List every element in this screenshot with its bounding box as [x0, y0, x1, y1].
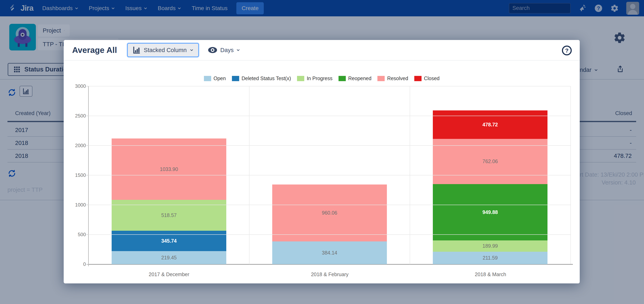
bar-value-label: 189.99	[482, 243, 498, 249]
modal-title: Average All	[72, 45, 117, 55]
legend-label: Deleted Status Test(x)	[242, 75, 291, 81]
bar-value-label: 1033.90	[160, 166, 178, 172]
gridline	[89, 234, 570, 235]
gridline	[89, 86, 570, 86]
legend-item-in-progress[interactable]: In Progress	[297, 75, 332, 81]
category-separator	[410, 86, 410, 264]
legend-item-reopened[interactable]: Reopened	[338, 75, 371, 81]
bar-value-label: 518.57	[161, 212, 176, 218]
bar-value-label: 949.88	[482, 209, 498, 215]
modal-help-icon[interactable]: ?	[562, 45, 572, 56]
x-axis-category-label: 2018 & March	[410, 271, 571, 277]
legend-label: Open	[214, 75, 226, 81]
chart-legend: OpenDeleted Status Test(x)In ProgressReo…	[64, 75, 580, 81]
modal-header: Average All Stacked Column Days	[64, 40, 580, 61]
bar-segment-deleted-status-test-x-: 345.74	[112, 231, 226, 251]
eye-icon	[208, 46, 218, 54]
gridline	[89, 116, 570, 116]
chevron-down-icon	[236, 48, 240, 52]
bar-value-label: 960.06	[322, 210, 337, 216]
bar-value-label: 211.59	[482, 255, 498, 261]
bar-segment-resolved: 1033.90	[112, 138, 226, 200]
legend-label: Closed	[424, 75, 440, 81]
legend-swatch	[378, 76, 385, 81]
bar-value-label: 478.72	[482, 122, 498, 127]
legend-swatch	[338, 76, 346, 81]
y-tick	[86, 116, 89, 116]
bar-segment-open: 384.14	[272, 241, 387, 264]
y-axis-tick-label: 1000	[75, 202, 86, 208]
gridline	[89, 145, 570, 146]
legend-swatch	[297, 76, 304, 81]
y-tick	[86, 264, 89, 264]
y-tick	[86, 145, 89, 146]
y-axis-tick-label: 1500	[75, 172, 86, 178]
unit-label: Days	[220, 47, 234, 54]
legend-label: Reopened	[348, 75, 371, 81]
gridline	[89, 205, 570, 205]
chart-type-label: Stacked Column	[144, 47, 187, 54]
legend-item-open[interactable]: Open	[204, 75, 226, 81]
x-axis-labels: 2017 & December2018 & February2018 & Mar…	[89, 271, 571, 277]
jira-page: Jira DashboardsProjectsIssuesBoardsTime …	[0, 0, 644, 304]
legend-swatch	[232, 76, 239, 81]
y-axis-tick-label: 500	[78, 232, 86, 237]
y-tick	[86, 234, 89, 235]
x-axis-category-label: 2017 & December	[89, 271, 250, 277]
legend-item-closed[interactable]: Closed	[414, 75, 440, 81]
chevron-down-icon	[190, 48, 194, 52]
legend-item-resolved[interactable]: Resolved	[378, 75, 408, 81]
y-axis-tick-label: 3000	[75, 83, 86, 89]
y-axis-tick-label: 2000	[75, 143, 86, 148]
legend-swatch	[204, 76, 211, 81]
average-all-modal: Average All Stacked Column Days	[64, 40, 580, 283]
bar-segment-open: 211.59	[433, 252, 548, 264]
chart-type-dropdown[interactable]: Stacked Column	[127, 43, 199, 57]
category-separator	[249, 86, 250, 264]
bar-segment-closed: 478.72	[433, 110, 548, 139]
y-tick	[86, 175, 89, 176]
bar-segment-reopened: 949.88	[433, 184, 548, 240]
svg-text:?: ?	[565, 47, 568, 54]
x-axis-category-label: 2018 & February	[250, 271, 410, 277]
legend-label: In Progress	[307, 75, 332, 81]
bar-segment-open: 219.45	[112, 251, 226, 264]
bar-value-label: 345.74	[161, 238, 176, 244]
y-axis-tick-label: 0	[83, 261, 86, 267]
stacked-column-icon	[132, 46, 141, 54]
bar-segment-in-progress: 189.99	[433, 240, 548, 252]
unit-dropdown[interactable]: Days	[208, 46, 240, 54]
bar-value-label: 384.14	[322, 250, 337, 256]
y-tick	[86, 205, 89, 205]
stacked-column-chart: OpenDeleted Status Test(x)In ProgressReo…	[64, 70, 580, 283]
y-tick	[86, 86, 89, 86]
y-axis-tick-label: 2500	[75, 113, 86, 119]
bar-segment-resolved: 960.06	[272, 185, 387, 241]
bar-value-label: 219.45	[161, 255, 176, 261]
plot-area: 219.45345.74518.571033.90384.14960.06211…	[89, 86, 571, 264]
gridline	[89, 175, 570, 176]
legend-label: Resolved	[387, 75, 408, 81]
bar-value-label: 762.06	[482, 159, 498, 164]
legend-swatch	[414, 76, 422, 81]
legend-item-deleted-status-test-x-[interactable]: Deleted Status Test(x)	[232, 75, 291, 81]
